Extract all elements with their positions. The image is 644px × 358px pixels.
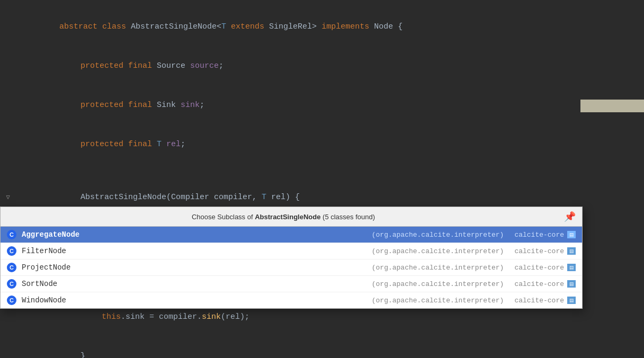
keyword-implements: implements (321, 22, 374, 31)
dropdown-item-aggregatenode[interactable]: C AggregateNode (org.apache.calcite.inte… (1, 227, 582, 243)
line-content-2: protected final Source source; (16, 47, 223, 85)
param-rel: rel) { (271, 193, 300, 202)
module-icon-5: ▤ (567, 297, 576, 304)
dropdown-item-sortnode[interactable]: C SortNode (org.apache.calcite.interpret… (1, 275, 582, 292)
dropdown-header-prefix: Choose Subclass of (192, 213, 255, 221)
field-rel: rel (166, 140, 181, 149)
item-package-2: (org.apache.calcite.interpreter) (372, 247, 504, 255)
item-name-4: SortNode (22, 280, 372, 288)
type-sink: Sink (157, 101, 181, 110)
dropdown-header: Choose Subclass of AbstractSingleNode (5… (1, 207, 582, 227)
close-brace-inner: } (80, 352, 85, 358)
item-package-5: (org.apache.calcite.interpreter) (372, 297, 504, 305)
param-compiler: compiler (214, 193, 252, 202)
module-icon-4: ▤ (567, 280, 576, 288)
dropdown-header-text: Choose Subclass of AbstractSingleNode (5… (7, 213, 560, 221)
class-icon-1: C (7, 230, 16, 239)
line-content-1: abstract class AbstractSingleNode<T exte… (16, 8, 402, 46)
code-line-3: protected final Sink sink; (0, 86, 644, 125)
classname-singlerel: SingleRel> (269, 22, 321, 31)
line-content-10: } (16, 337, 85, 358)
line-content-3: protected final Sink sink; (16, 86, 204, 124)
item-module-3: calcite-core (514, 264, 564, 272)
type-source: Source (157, 61, 190, 70)
semi-3: ; (181, 140, 185, 149)
class-icon-3: C (7, 263, 16, 272)
code-line-1: abstract class AbstractSingleNode<T exte… (0, 7, 644, 47)
field-sink: sink (181, 101, 200, 110)
item-name-1: AggregateNode (22, 230, 372, 239)
type-T: T (157, 140, 166, 149)
module-icon-1: ▤ (567, 231, 576, 238)
code-line-2: protected final Source source; (0, 47, 644, 86)
kw-final-3: final (128, 140, 157, 149)
field-source: source (190, 61, 219, 70)
comma-1: , (252, 193, 262, 202)
semi-1: ; (219, 61, 223, 70)
classname-abstractsinglenode: AbstractSingleNode< (131, 22, 221, 31)
dropdown-item-filternode[interactable]: C FilterNode (org.apache.calcite.interpr… (1, 243, 582, 259)
module-icon-2: ▤ (567, 247, 576, 255)
item-module-2: calcite-core (514, 247, 564, 255)
type-param-T: T (221, 22, 226, 31)
dropdown-item-windownode[interactable]: C WindowNode (org.apache.calcite.interpr… (1, 292, 582, 308)
this-kw-3: this (102, 312, 121, 321)
pin-icon[interactable]: 📌 (564, 211, 576, 222)
kw-final-1: final (128, 61, 157, 70)
dropdown-header-classname: AbstractSingleNode (255, 213, 320, 221)
class-icon-4: C (7, 279, 16, 289)
class-icon-2: C (7, 246, 16, 256)
dropdown-header-suffix: (5 classes found) (320, 213, 375, 221)
keyword-class: class (102, 22, 131, 31)
kw-protected-1: protected (80, 61, 128, 70)
kw-protected-3: protected (80, 140, 128, 149)
item-package-4: (org.apache.calcite.interpreter) (372, 280, 504, 288)
line-content-4: protected final T rel; (16, 126, 185, 164)
type-T2: T (262, 193, 271, 202)
semi-2: ; (200, 101, 204, 110)
keyword-extends: extends (226, 22, 269, 31)
gutter-6: ▽ (0, 191, 16, 204)
line-content-5 (16, 165, 26, 177)
subclass-dropdown: Choose Subclass of AbstractSingleNode (5… (0, 207, 583, 309)
item-name-2: FilterNode (22, 247, 372, 255)
sink-call: (rel); (221, 312, 249, 321)
dropdown-item-projectnode[interactable]: C ProjectNode (org.apache.calcite.interp… (1, 259, 582, 275)
item-module-1: calcite-core (514, 231, 564, 239)
item-module-5: calcite-core (514, 297, 564, 305)
item-name-3: ProjectNode (22, 263, 372, 272)
type-compiler: Compiler (171, 193, 214, 202)
keyword-abstract: abstract (59, 22, 102, 31)
item-package-1: (org.apache.calcite.interpreter) (372, 231, 504, 239)
item-package-3: (org.apache.calcite.interpreter) (372, 264, 504, 272)
yellow-hint-area (580, 100, 644, 112)
item-name-5: WindowNode (22, 296, 372, 305)
classname-node: Node { (374, 22, 402, 31)
code-line-10: } (0, 337, 644, 358)
code-line-4: protected final T rel; (0, 125, 644, 164)
code-line-5 (0, 164, 644, 178)
module-icon-3: ▤ (567, 264, 576, 271)
this-sink-assign: .sink = compiler. (121, 312, 202, 321)
fold-arrow-6[interactable]: ▽ (6, 191, 10, 204)
constructor-name: AbstractSingleNode( (80, 193, 171, 202)
class-icon-5: C (7, 296, 16, 305)
method-sink: sink (202, 312, 221, 321)
kw-protected-2: protected (80, 101, 128, 110)
item-module-4: calcite-core (514, 280, 564, 288)
kw-final-2: final (128, 101, 157, 110)
